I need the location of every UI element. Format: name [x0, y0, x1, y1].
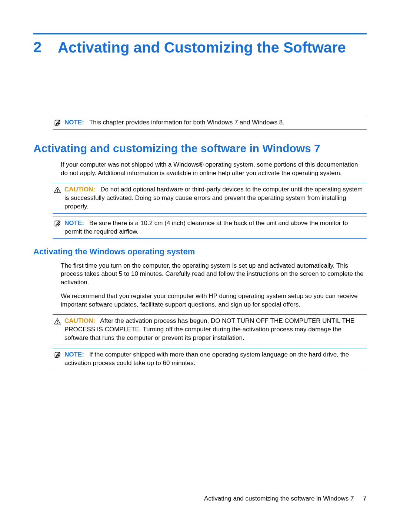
caution-icon [53, 185, 62, 194]
section1-para1: If your computer was not shipped with a … [61, 161, 367, 178]
note-text: Be sure there is a 10.2 cm (4 inch) clea… [64, 220, 348, 235]
section2-para2: We recommend that you register your comp… [61, 292, 367, 309]
note-label: NOTE: [64, 351, 84, 358]
caution-icon [53, 317, 62, 325]
page-number: 7 [363, 494, 367, 502]
note-callout: NOTE: If the computer shipped with more … [53, 348, 367, 370]
chapter-rule [33, 33, 367, 34]
note-callout: NOTE: This chapter provides information … [53, 116, 367, 130]
caution-text: Do not add optional hardware or third-pa… [64, 186, 363, 210]
page-footer: Activating and customizing the software … [204, 494, 367, 502]
note-icon [53, 219, 62, 227]
subsection-heading-activating-os: Activating the Windows operating system [33, 247, 367, 257]
caution-label: CAUTION: [64, 186, 95, 193]
svg-point-3 [57, 323, 57, 324]
note-text: This chapter provides information for bo… [89, 119, 284, 126]
section2-para1: The first time you turn on the computer,… [61, 262, 367, 287]
chapter-number: 2 [33, 38, 44, 56]
svg-point-1 [57, 191, 57, 192]
chapter-title: Activating and Customizing the Software [58, 38, 346, 57]
note-label: NOTE: [64, 119, 84, 126]
note-label: NOTE: [64, 220, 84, 227]
caution-callout: CAUTION: After the activation process ha… [53, 314, 367, 345]
spacer [33, 57, 367, 116]
note-text: If the computer shipped with more than o… [64, 351, 349, 367]
caution-text: After the activation process has begun, … [64, 317, 354, 341]
document-page: 2 Activating and Customizing the Softwar… [0, 0, 400, 532]
chapter-header: 2 Activating and Customizing the Softwar… [33, 38, 367, 57]
note-icon [53, 118, 62, 127]
footer-text: Activating and customizing the software … [204, 495, 354, 502]
section-heading-win7: Activating and customizing the software … [33, 142, 367, 155]
note-callout: NOTE: Be sure there is a 10.2 cm (4 inch… [53, 217, 367, 239]
caution-callout: CAUTION: Do not add optional hardware or… [53, 183, 367, 214]
caution-label: CAUTION: [64, 317, 95, 324]
note-icon [53, 351, 62, 359]
